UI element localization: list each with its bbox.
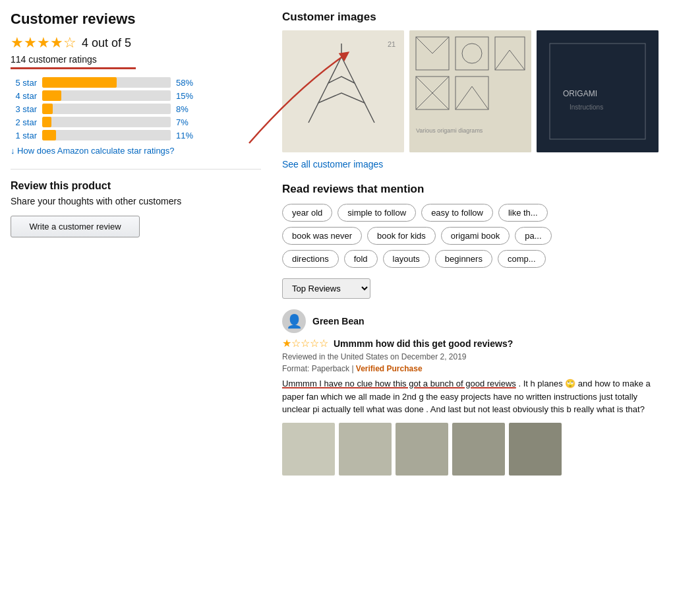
tag-book-was-never[interactable]: book was never (282, 227, 362, 245)
tag-directions[interactable]: directions (282, 250, 339, 268)
sort-row: Top Reviews Most Recent (282, 278, 664, 299)
bar-pct-2star: 7% (176, 117, 197, 127)
tag-simple-to-follow[interactable]: simple to follow (338, 204, 416, 222)
avatar-icon: 👤 (286, 313, 303, 329)
bar-track-2star (42, 117, 171, 127)
rating-bars: 5 star 58% 4 star 15% 3 star 8% (11, 77, 261, 140)
bar-fill-2star (42, 117, 51, 127)
review-product-sub: Share your thoughts with other customers (11, 196, 261, 206)
bar-row-5star[interactable]: 5 star 58% (11, 77, 261, 88)
divider-1 (11, 169, 261, 169)
svg-text:Instructions: Instructions (570, 104, 603, 111)
tag-rows: year old simple to follow easy to follow… (282, 204, 664, 268)
bar-row-4star[interactable]: 4 star 15% (11, 90, 261, 101)
how-calculate-link[interactable]: ↓ How does Amazon calculate star ratings… (11, 146, 261, 156)
customer-reviews-title: Customer reviews (11, 11, 261, 28)
left-column: Customer reviews ★★★★☆ 4 out of 5 114 cu… (11, 11, 261, 476)
bar-label-5star[interactable]: 5 star (11, 78, 37, 88)
review-block: 👤 Green Bean ★☆☆☆☆ Ummmm how did this ge… (282, 309, 664, 476)
svg-rect-0 (282, 30, 404, 152)
tag-easy-to-follow[interactable]: easy to follow (421, 204, 493, 222)
reviewer-row: 👤 Green Bean (282, 309, 664, 333)
write-review-button[interactable]: Write a customer review (11, 216, 140, 237)
bar-pct-1star: 11% (176, 131, 197, 140)
review-image-1[interactable] (282, 423, 335, 476)
review-format: Format: Paperback (282, 364, 349, 373)
customer-images-title: Customer images (282, 11, 664, 24)
customer-image-2[interactable]: Various origami diagrams (409, 30, 531, 152)
review-body-underlined: Ummmm I have no clue how this got a bunc… (282, 379, 516, 388)
customer-image-1[interactable]: 21 (282, 30, 404, 152)
tag-fold[interactable]: fold (344, 250, 378, 268)
origami-sketch-1: 21 (282, 30, 404, 152)
tag-book-for-kids[interactable]: book for kids (367, 227, 436, 245)
review-image-3[interactable] (396, 423, 448, 476)
review-image-2[interactable] (339, 423, 392, 476)
bar-label-4star[interactable]: 4 star (11, 91, 37, 101)
review-meta-format: Format: Paperback | Verified Purchase (282, 364, 664, 373)
overall-rating-row: ★★★★☆ 4 out of 5 (11, 34, 261, 51)
svg-text:Various origami diagrams: Various origami diagrams (416, 127, 483, 134)
origami-sketch-2: Various origami diagrams (409, 30, 531, 152)
review-body: Ummmm I have no clue how this got a bunc… (282, 377, 664, 416)
review-star-title-row: ★☆☆☆☆ Ummmm how did this get good review… (282, 337, 664, 350)
tag-year-old[interactable]: year old (282, 204, 332, 222)
review-image-4[interactable] (452, 423, 505, 476)
tag-row-3: directions fold layouts beginners comp..… (282, 250, 664, 268)
bar-label-1star[interactable]: 1 star (11, 131, 37, 140)
bar-fill-1star (42, 130, 56, 140)
tag-row-1: year old simple to follow easy to follow… (282, 204, 664, 222)
review-stars: ★☆☆☆☆ (282, 337, 328, 350)
bar-track-1star (42, 130, 171, 140)
tag-pa[interactable]: pa... (515, 227, 551, 245)
bar-pct-4star: 15% (176, 91, 197, 101)
main-layout: Customer reviews ★★★★☆ 4 out of 5 114 cu… (11, 11, 664, 476)
bar-track-3star (42, 104, 171, 114)
review-images (282, 423, 664, 476)
tag-layouts[interactable]: layouts (383, 250, 430, 268)
reviewer-name[interactable]: Green Bean (312, 316, 365, 326)
tag-comp[interactable]: comp... (498, 250, 546, 268)
bar-row-3star[interactable]: 3 star 8% (11, 104, 261, 114)
review-meta-date: Reviewed in the United States on Decembe… (282, 352, 664, 361)
ratings-underline (11, 67, 136, 69)
bar-track-4star (42, 90, 171, 101)
bar-label-2star[interactable]: 2 star (11, 117, 37, 127)
bar-row-1star[interactable]: 1 star 11% (11, 130, 261, 140)
ratings-count: 114 customer ratings (11, 54, 261, 65)
tag-origami-book[interactable]: origami book (441, 227, 510, 245)
customer-image-3[interactable]: ORIGAMI Instructions (537, 30, 659, 152)
bar-label-3star[interactable]: 3 star (11, 104, 37, 114)
bar-fill-3star (42, 104, 53, 114)
tag-beginners[interactable]: beginners (435, 250, 492, 268)
review-product-title: Review this product (11, 180, 261, 192)
svg-text:ORIGAMI: ORIGAMI (563, 89, 597, 98)
right-column: Customer images 21 (282, 11, 664, 476)
tag-row-2: book was never book for kids origami boo… (282, 227, 664, 245)
sort-select[interactable]: Top Reviews Most Recent (282, 278, 370, 299)
read-reviews-title: Read reviews that mention (282, 183, 664, 196)
review-title: Ummmm how did this get good reviews? (334, 338, 513, 349)
tag-like-th[interactable]: like th... (498, 204, 548, 222)
svg-text:21: 21 (388, 40, 396, 48)
bar-pct-3star: 8% (176, 104, 197, 114)
svg-rect-16 (537, 30, 659, 152)
review-image-5[interactable] (509, 423, 562, 476)
avatar: 👤 (282, 309, 306, 333)
bar-fill-4star (42, 90, 61, 101)
verified-badge: Verified Purchase (356, 364, 423, 373)
overall-rating-text: 4 out of 5 (82, 36, 131, 50)
customer-images-row: 21 Vario (282, 30, 664, 152)
origami-sketch-3: ORIGAMI Instructions (537, 30, 659, 152)
overall-stars: ★★★★☆ (11, 34, 76, 51)
bar-track-5star (42, 77, 171, 88)
bar-pct-5star: 58% (176, 78, 197, 88)
see-all-images-link[interactable]: See all customer images (282, 159, 664, 169)
bar-row-2star[interactable]: 2 star 7% (11, 117, 261, 127)
bar-fill-5star (42, 77, 117, 88)
